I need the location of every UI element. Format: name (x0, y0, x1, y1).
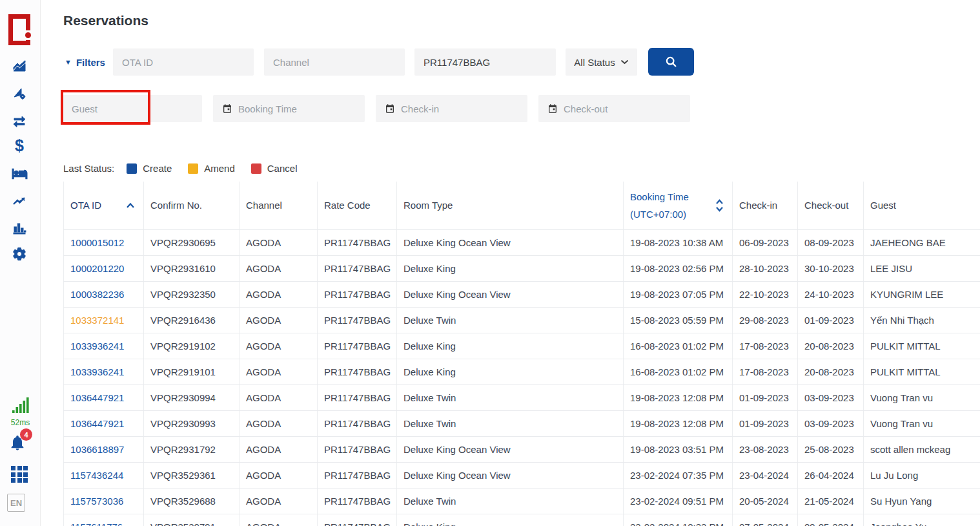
cell-rate-code: PR11747BBAG (318, 514, 397, 526)
sidebar-item-transactions[interactable] (11, 112, 28, 129)
cell-ota-id[interactable]: 1157573036 (64, 488, 144, 514)
column-header-room-type[interactable]: Room Type (397, 182, 624, 229)
cell-room-type: Deluxe King Ocean View (397, 436, 624, 462)
filters-label: Filters (76, 57, 105, 68)
cell-check-in: 23-04-2024 (733, 462, 798, 488)
apps-grid-button[interactable] (11, 466, 29, 483)
cell-check-in: 29-08-2023 (733, 307, 798, 333)
cell-ota-id[interactable]: 1036447921 (64, 384, 144, 410)
cell-ota-id[interactable]: 1000382236 (64, 281, 144, 307)
cell-rate-code: PR11747BBAG (318, 281, 397, 307)
cell-room-type: Deluxe King Ocean View (397, 229, 624, 255)
cell-ota-id[interactable]: 1036618897 (64, 436, 144, 462)
column-header-ota-id[interactable]: OTA ID (64, 182, 144, 229)
sidebar-item-channels[interactable] (11, 85, 28, 102)
notifications-button[interactable]: 4 (8, 429, 34, 452)
column-header-check-out[interactable]: Check-out (798, 182, 864, 229)
sidebar-item-dashboard[interactable] (11, 58, 28, 75)
grid-cell (23, 478, 28, 483)
column-header-rate-code[interactable]: Rate Code (318, 182, 397, 229)
cell-guest: JAEHEONG BAE (864, 229, 980, 255)
sort-asc-icon (126, 202, 135, 208)
cell-room-type: Deluxe Twin (397, 410, 624, 436)
booking-time-field[interactable]: Booking Time (213, 95, 365, 122)
table-row: 1036618897VPQR2931792AGODAPR11747BBAGDel… (64, 436, 980, 462)
column-header-guest[interactable]: Guest (864, 182, 980, 229)
cell-confirm-no: VPQR2916436 (144, 307, 240, 333)
cell-booking-time: 23-02-2024 10:33 PM (624, 514, 733, 526)
cell-booking-time: 23-02-2024 09:51 PM (624, 488, 733, 514)
cell-rate-code: PR11747BBAG (318, 229, 397, 255)
grid-cell (11, 472, 15, 477)
check-in-field[interactable]: Check-in (376, 95, 527, 122)
cell-confirm-no: VPQR2931792 (144, 436, 240, 462)
cell-ota-id[interactable]: 1036447921 (64, 410, 144, 436)
channel-input[interactable] (264, 48, 405, 76)
column-header-booking-time[interactable]: Booking Time (UTC+07:00) (624, 182, 733, 229)
sidebar-item-settings[interactable] (11, 246, 28, 262)
cell-confirm-no: VPQR2930993 (144, 410, 240, 436)
search-button[interactable] (648, 48, 694, 76)
cell-guest: PULKIT MITTAL (864, 333, 980, 359)
cell-rate-code: PR11747BBAG (318, 436, 397, 462)
sidebar: $ 52ms 4 EN (0, 0, 41, 526)
cell-room-type: Deluxe King (397, 333, 624, 359)
check-out-field[interactable]: Check-out (538, 95, 690, 122)
status-legend: Last Status: Create Amend Cancel (63, 163, 313, 174)
cell-channel: AGODA (240, 384, 318, 410)
cell-check-out: 20-08-2023 (798, 333, 864, 359)
cell-confirm-no: VPQR3529688 (144, 488, 240, 514)
sidebar-item-billing[interactable]: $ (11, 137, 28, 154)
cell-ota-id[interactable]: 1157436244 (64, 462, 144, 488)
cell-booking-time: 19-08-2023 07:05 PM (624, 281, 733, 307)
cell-confirm-no: VPQR2932350 (144, 281, 240, 307)
cell-ota-id[interactable]: 1157611776 (64, 514, 144, 526)
filters-toggle[interactable]: ▼ Filters (65, 57, 105, 68)
logo-dot (25, 32, 31, 38)
ota-id-input[interactable] (113, 48, 254, 76)
cell-ota-id[interactable]: 1033372141 (64, 307, 144, 333)
cell-guest: Jeonghee Yu (864, 514, 980, 526)
legend-label: Last Status: (63, 163, 114, 174)
cell-room-type: Deluxe King (397, 255, 624, 281)
status-dropdown[interactable]: All Status (566, 48, 637, 76)
cell-confirm-no: VPQR2919101 (144, 359, 240, 384)
cell-ota-id[interactable]: 1033936241 (64, 333, 144, 359)
cell-channel: AGODA (240, 255, 318, 281)
cell-guest: LEE JISU (864, 255, 980, 281)
cell-ota-id[interactable]: 1000015012 (64, 229, 144, 255)
cell-guest: KYUNGRIM LEE (864, 281, 980, 307)
sidebar-item-performance[interactable] (11, 193, 28, 209)
calendar-icon (547, 103, 558, 114)
logo-frame (8, 14, 30, 45)
cell-channel: AGODA (240, 410, 318, 436)
cell-check-in: 20-05-2024 (733, 488, 798, 514)
cell-check-in: 17-08-2023 (733, 333, 798, 359)
column-header-check-in[interactable]: Check-in (733, 182, 798, 229)
rate-code-input[interactable] (414, 48, 556, 76)
cell-confirm-no: VPQR2931610 (144, 255, 240, 281)
grid-cell (11, 478, 15, 483)
language-button[interactable]: EN (7, 494, 25, 512)
cell-guest: Yến Nhi Thạch (864, 307, 980, 333)
column-header-confirm-no[interactable]: Confirm No. (144, 182, 240, 229)
cell-room-type: Deluxe King Ocean View (397, 281, 624, 307)
page-title: Reservations (63, 13, 148, 28)
guest-input[interactable] (63, 95, 202, 122)
column-header-channel[interactable]: Channel (240, 182, 318, 229)
cell-ota-id[interactable]: 1000201220 (64, 255, 144, 281)
cell-check-in: 17-08-2023 (733, 359, 798, 384)
legend-item-label: Cancel (267, 163, 298, 174)
cell-check-out: 26-04-2024 (798, 462, 864, 488)
cell-channel: AGODA (240, 333, 318, 359)
app-logo-icon[interactable] (8, 14, 30, 45)
cell-room-type: Deluxe Twin (397, 307, 624, 333)
check-out-placeholder: Check-out (564, 103, 607, 114)
cell-ota-id[interactable]: 1033936241 (64, 359, 144, 384)
sidebar-item-rooms[interactable] (11, 165, 28, 182)
cell-check-in: 06-09-2023 (733, 229, 798, 255)
cell-room-type: Deluxe King (397, 359, 624, 384)
sidebar-item-reports[interactable] (11, 219, 28, 236)
cell-booking-time: 19-08-2023 12:08 PM (624, 410, 733, 436)
cell-confirm-no: VPQR2930695 (144, 229, 240, 255)
